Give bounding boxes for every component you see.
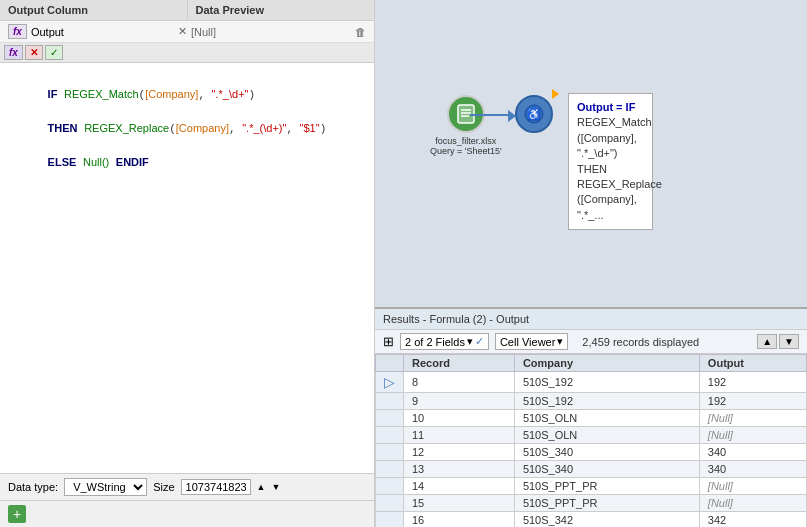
output-cell: 342 [699,512,806,528]
record-cell: 14 [404,478,515,495]
data-table: Record Company Output ▷8510S_1921929510S… [375,354,807,527]
left-panel: Output Column Data Preview fx Output ✕ [… [0,0,375,527]
row-icon-cell [376,393,404,410]
row-icon-cell: ▷ [376,372,404,393]
records-count: 2,459 records displayed [582,336,699,348]
table-header-row: Record Company Output [376,355,807,372]
results-header: Results - Formula (2) - Output [375,309,807,330]
input-node[interactable]: focus_filter.xlsxQuery = 'Sheet15' [430,95,502,156]
record-cell: 11 [404,427,515,444]
company-cell: 510S_PPT_PR [514,478,699,495]
row-icon-cell [376,495,404,512]
record-cell: 9 [404,393,515,410]
fields-count: 2 of 2 Fields [405,336,465,348]
check-icon2: ✓ [475,335,484,348]
close-icon[interactable]: ✕ [178,25,187,38]
record-cell: 13 [404,461,515,478]
col-icon [376,355,404,372]
add-button[interactable]: + [8,505,26,523]
col-output-header: Output [699,355,806,372]
size-spinner-down[interactable]: ▼ [271,482,280,492]
delete-icon[interactable]: 🗑 [355,26,366,38]
datatype-row: Data type: V_WString Size ▲ ▼ [0,474,374,501]
fields-dropdown[interactable]: 2 of 2 Fields ▾ ✓ [400,333,489,350]
main-container: Output Column Data Preview fx Output ✕ [… [0,0,807,527]
row-icon: ▷ [384,374,395,390]
output-box-content: REGEX_Match([Company],".*_\d+")THENREGEX… [577,115,644,223]
table-row: 16510S_342342 [376,512,807,528]
output-cell: [Null] [699,495,806,512]
table-row: 15510S_PPT_PR[Null] [376,495,807,512]
col-company-header: Company [514,355,699,372]
sort-buttons: ▲ ▼ [757,334,799,349]
output-cell: 340 [699,444,806,461]
results-title: Results - Formula (2) - Output [383,313,529,325]
check-icon: ✓ [45,45,63,60]
formula-node-svg-icon: ♿ [523,103,545,125]
row-icon-cell [376,461,404,478]
viewer-dropdown[interactable]: Cell Viewer ▾ [495,333,568,350]
fields-dropdown-arrow: ▾ [467,335,473,348]
formula-node-icon: ♿ [515,95,553,133]
formula-toolbar: fx ✕ ✓ [0,43,374,63]
fx-icon: fx [8,24,27,39]
record-cell: 8 [404,372,515,393]
output-field-label: Output [31,26,64,38]
canvas-area: focus_filter.xlsxQuery = 'Sheet15' ♿ Out… [375,0,807,307]
output-cell: 192 [699,372,806,393]
add-row: + [0,501,374,527]
sort-down-button[interactable]: ▼ [779,334,799,349]
formula-editor[interactable]: IF REGEX_Match([Company], ".*_\d+") THEN… [0,63,374,474]
null-value: [Null] [191,26,216,38]
output-cell: 340 [699,461,806,478]
row-icon-cell [376,410,404,427]
size-input[interactable] [181,479,251,495]
output-box-title: Output = IF [577,100,644,115]
output-box: Output = IF REGEX_Match([Company],".*_\d… [568,93,653,230]
formula-node[interactable]: ♿ [515,95,553,133]
size-label: Size [153,481,174,493]
data-preview-label: Data Preview [196,4,264,16]
results-panel: Results - Formula (2) - Output ⊞ 2 of 2 … [375,307,807,527]
company-cell: 510S_192 [514,372,699,393]
table-row: ▷8510S_192192 [376,372,807,393]
company-cell: 510S_OLN [514,410,699,427]
table-row: 14510S_PPT_PR[Null] [376,478,807,495]
row-icon-cell [376,512,404,528]
output-cell: [Null] [699,478,806,495]
formula-icon: fx [4,45,23,60]
row-icon-cell [376,478,404,495]
company-cell: 510S_OLN [514,427,699,444]
connector [470,114,512,116]
results-table[interactable]: Record Company Output ▷8510S_1921929510S… [375,354,807,527]
output-cell: [Null] [699,427,806,444]
output-cell: [Null] [699,410,806,427]
table-row: 13510S_340340 [376,461,807,478]
output-row: fx Output ✕ [Null] 🗑 [0,21,374,43]
input-node-label: focus_filter.xlsxQuery = 'Sheet15' [430,136,502,156]
output-column-header: Output Column [0,0,188,20]
company-cell: 510S_PPT_PR [514,495,699,512]
row-icon-cell [376,444,404,461]
results-tbody: ▷8510S_1921929510S_19219210510S_OLN[Null… [376,372,807,528]
data-preview-header: Data Preview [188,0,375,20]
sort-up-button[interactable]: ▲ [757,334,777,349]
right-panel: focus_filter.xlsxQuery = 'Sheet15' ♿ Out… [375,0,807,527]
datatype-label: Data type: [8,481,58,493]
grid-icon: ⊞ [383,334,394,349]
company-cell: 510S_340 [514,444,699,461]
panel-header: Output Column Data Preview [0,0,374,21]
results-toolbar: ⊞ 2 of 2 Fields ▾ ✓ Cell Viewer ▾ 2,459 … [375,330,807,354]
record-cell: 15 [404,495,515,512]
table-row: 11510S_OLN[Null] [376,427,807,444]
viewer-label: Cell Viewer [500,336,555,348]
record-cell: 16 [404,512,515,528]
datatype-select[interactable]: V_WString [64,478,147,496]
table-row: 10510S_OLN[Null] [376,410,807,427]
company-cell: 510S_192 [514,393,699,410]
record-cell: 10 [404,410,515,427]
col-record-header: Record [404,355,515,372]
size-spinner-up[interactable]: ▲ [257,482,266,492]
company-cell: 510S_340 [514,461,699,478]
row-icon-cell [376,427,404,444]
